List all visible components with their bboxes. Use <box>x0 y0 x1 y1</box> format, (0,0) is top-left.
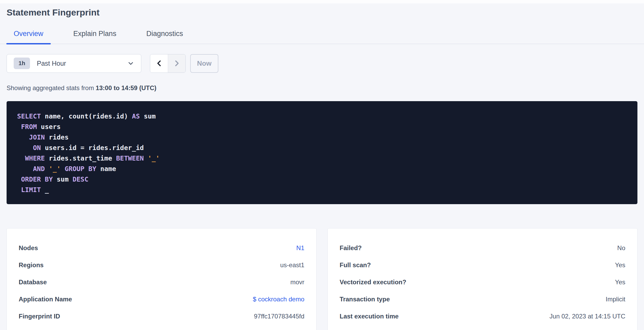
stat-label-application-name: Application Name <box>19 296 72 303</box>
chevron-right-icon <box>173 59 180 67</box>
sql-line: JOIN rides <box>17 132 627 143</box>
time-range-badge: 1h <box>14 58 30 69</box>
stat-label-fingerprint-id: Fingerprint ID <box>19 313 60 320</box>
now-button[interactable]: Now <box>190 54 218 73</box>
sql-line: FROM users <box>17 122 627 132</box>
stat-value-application-name[interactable]: $ cockroach demo <box>253 296 304 303</box>
detail-cards: NodesN1Regionsus-east1DatabasemovrApplic… <box>7 228 637 330</box>
stat-row-failed: Failed?No <box>340 244 625 252</box>
time-range-label: Past Hour <box>37 60 128 67</box>
aggregated-stats-summary: Showing aggregated stats from 13:00 to 1… <box>7 84 637 92</box>
sql-line: LIMIT _ <box>17 185 627 195</box>
stat-label-full-scan: Full scan? <box>340 261 371 269</box>
tab-overview[interactable]: Overview <box>6 28 51 44</box>
stat-row-fingerprint-id: Fingerprint ID97ffc170783445fd <box>19 313 304 320</box>
summary-prefix: Showing aggregated stats from <box>7 84 96 91</box>
stat-label-regions: Regions <box>19 261 44 269</box>
stat-value-transaction-type: Implicit <box>606 296 625 303</box>
sql-line: ON users.id = rides.rider_id <box>17 143 627 153</box>
chevron-left-icon <box>156 59 163 67</box>
stat-value-regions: us-east1 <box>280 261 304 269</box>
previous-time-button[interactable] <box>150 54 168 73</box>
stat-row-database: Databasemovr <box>19 279 304 286</box>
stat-row-vectorized-execution: Vectorized execution?Yes <box>340 279 625 286</box>
chevron-down-icon <box>128 60 134 66</box>
stat-label-last-execution-time: Last execution time <box>340 313 399 320</box>
stat-value-last-execution-time: Jun 02, 2023 at 14:15 UTC <box>550 313 625 320</box>
stat-label-failed: Failed? <box>340 244 362 252</box>
stat-row-full-scan: Full scan?Yes <box>340 261 625 269</box>
page-title: Statement Fingerprint <box>7 7 637 18</box>
stat-label-nodes: Nodes <box>19 244 38 252</box>
stat-label-database: Database <box>19 279 47 286</box>
stat-value-full-scan: Yes <box>615 261 625 269</box>
stat-label-transaction-type: Transaction type <box>340 296 390 303</box>
stat-row-last-execution-time: Last execution timeJun 02, 2023 at 14:15… <box>340 313 625 320</box>
tab-explain-plans[interactable]: Explain Plans <box>66 28 124 44</box>
stat-label-vectorized-execution: Vectorized execution? <box>340 279 406 286</box>
stat-row-regions: Regionsus-east1 <box>19 261 304 269</box>
execution-attributes-card: Failed?NoFull scan?YesVectorized executi… <box>328 228 637 330</box>
stat-value-fingerprint-id: 97ffc170783445fd <box>254 313 304 320</box>
tab-bar: OverviewExplain PlansDiagnostics <box>0 28 644 44</box>
tab-diagnostics[interactable]: Diagnostics <box>139 28 190 44</box>
top-strip <box>0 0 644 3</box>
summary-time-range: 13:00 to 14:59 (UTC) <box>96 84 157 91</box>
stat-value-failed: No <box>617 244 625 252</box>
next-time-button[interactable] <box>168 54 185 73</box>
stat-value-database: movr <box>290 279 304 286</box>
time-pager <box>150 54 186 73</box>
sql-line: WHERE rides.start_time BETWEEN '_' <box>17 153 627 164</box>
sql-line: ORDER BY sum DESC <box>17 174 627 185</box>
stat-value-nodes[interactable]: N1 <box>296 244 304 252</box>
sql-line: SELECT name, count(rides.id) AS sum <box>17 111 627 122</box>
sql-line: AND '_' GROUP BY name <box>17 164 627 174</box>
stat-row-transaction-type: Transaction typeImplicit <box>340 296 625 303</box>
sql-statement: SELECT name, count(rides.id) AS sum FROM… <box>7 101 637 204</box>
time-range-dropdown[interactable]: 1h Past Hour <box>7 54 141 73</box>
stat-value-vectorized-execution: Yes <box>615 279 625 286</box>
stat-row-nodes: NodesN1 <box>19 244 304 252</box>
time-controls: 1h Past Hour <box>7 54 637 73</box>
statement-details-card: NodesN1Regionsus-east1DatabasemovrApplic… <box>7 228 316 330</box>
stat-row-application-name: Application Name$ cockroach demo <box>19 296 304 303</box>
